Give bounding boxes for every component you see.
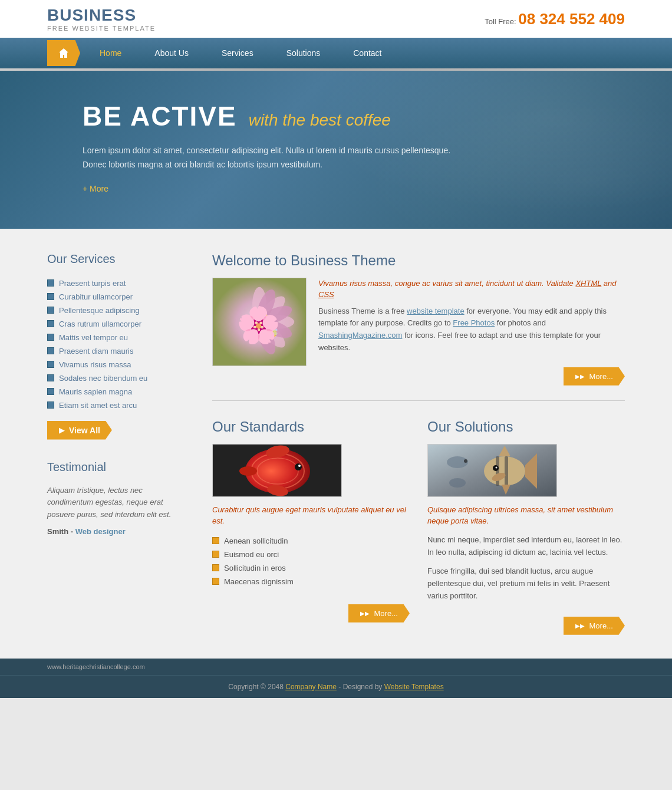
footer-url: www.heritagechristiancollege.com bbox=[47, 663, 145, 670]
testimonial-role-link[interactable]: Web designer bbox=[75, 527, 126, 536]
list-item: Euismod eu orci bbox=[212, 548, 410, 561]
svg-point-1 bbox=[252, 287, 266, 321]
nav-solutions[interactable]: Solutions bbox=[270, 38, 337, 68]
solutions-body2: Fusce fringilla, dui sed blandit luctus,… bbox=[427, 565, 625, 602]
svg-point-21 bbox=[298, 465, 301, 467]
standards-highlight: Curabitur quis augue eget mauris vulputa… bbox=[212, 504, 410, 527]
welcome-more-button[interactable]: More... bbox=[564, 367, 625, 386]
list-item: Aenean sollicitudin bbox=[212, 534, 410, 548]
svg-rect-28 bbox=[505, 456, 508, 486]
header: BUSINESS FREE WEBSITE TEMPLATE Toll Free… bbox=[0, 0, 672, 38]
list-item: Mattis vel tempor eu bbox=[47, 331, 189, 344]
svg-point-14 bbox=[272, 328, 278, 331]
view-all-button[interactable]: View All bbox=[47, 421, 112, 440]
svg-point-24 bbox=[239, 466, 257, 476]
website-template-link[interactable]: website template bbox=[407, 307, 465, 315]
welcome-inner: Vivamus risus massa, congue ac varius si… bbox=[212, 278, 625, 386]
logo-title: BUSINESS bbox=[47, 6, 156, 25]
list-item: Mauris sapien magna bbox=[47, 385, 189, 399]
svg-rect-27 bbox=[496, 456, 499, 486]
svg-point-10 bbox=[265, 329, 277, 337]
service-list: Praesent turpis erat Curabitur ullamcorp… bbox=[47, 276, 189, 412]
solutions-image bbox=[427, 444, 557, 497]
solutions-highlight: Quisque adipiscing ultrices massa, sit a… bbox=[427, 504, 625, 527]
designed-by-text: Designed by bbox=[343, 683, 383, 691]
welcome-title: Welcome to Business Theme bbox=[212, 252, 625, 269]
hero-more-link[interactable]: + More bbox=[83, 184, 625, 193]
welcome-highlight: Vivamus risus massa, congue ac varius si… bbox=[318, 278, 625, 301]
hero-banner: BE ACTIVE with the best coffee Lorem ips… bbox=[0, 71, 672, 229]
services-title: Our Services bbox=[47, 252, 189, 266]
phone-number: 08 324 552 409 bbox=[518, 17, 625, 26]
testimonial-title: Testimonial bbox=[47, 460, 189, 474]
toll-free-label: Toll Free: bbox=[485, 17, 516, 26]
phone-area: Toll Free: 08 324 552 409 bbox=[485, 10, 625, 28]
solutions-body1: Nunc mi neque, imperdiet sed interdum eu… bbox=[427, 534, 625, 559]
hero-main-title: BE ACTIVE bbox=[83, 100, 237, 132]
footer: Copyright © 2048 Company Name - Designed… bbox=[0, 675, 672, 698]
flower-image-svg bbox=[213, 278, 306, 366]
svg-point-36 bbox=[464, 459, 467, 463]
svg-point-15 bbox=[272, 331, 278, 335]
list-item: Vivamus risus massa bbox=[47, 358, 189, 371]
list-item: Curabitur ullamcorper bbox=[47, 290, 189, 304]
standards-title: Our Standards bbox=[212, 419, 410, 435]
solutions-section: Our Solutions bbox=[427, 419, 625, 635]
svg-rect-12 bbox=[270, 330, 272, 337]
welcome-section: Welcome to Business Theme bbox=[212, 252, 625, 401]
hero-title-line: BE ACTIVE with the best coffee bbox=[83, 100, 625, 132]
testimonial-text: Aliquam tristique, lectus nec condimentu… bbox=[47, 485, 189, 521]
list-item: Praesent diam mauris bbox=[47, 344, 189, 358]
svg-point-33 bbox=[496, 466, 498, 468]
list-item: Praesent turpis erat bbox=[47, 276, 189, 290]
welcome-image bbox=[212, 278, 307, 366]
svg-point-3 bbox=[259, 315, 294, 329]
home-button[interactable] bbox=[47, 40, 80, 66]
list-item: Etiam sit amet est arcu bbox=[47, 399, 189, 412]
navigation: Home About Us Services Solutions Contact bbox=[0, 38, 672, 68]
list-item: Cras rutrum ullamcorper bbox=[47, 317, 189, 331]
nav-contact[interactable]: Contact bbox=[337, 38, 398, 68]
sidebar: Our Services Praesent turpis erat Curabi… bbox=[47, 252, 189, 635]
hero-description: Lorem ipsum dolor sit amet, consectetur … bbox=[83, 144, 466, 172]
logo-area: BUSINESS FREE WEBSITE TEMPLATE bbox=[47, 6, 156, 32]
nav-services[interactable]: Services bbox=[205, 38, 270, 68]
smashing-link[interactable]: SmashingMagazine.com bbox=[318, 331, 402, 340]
list-item: Sodales nec bibendum eu bbox=[47, 371, 189, 385]
solutions-title: Our Solutions bbox=[427, 419, 625, 435]
welcome-text-area: Vivamus risus massa, congue ac varius si… bbox=[318, 278, 625, 386]
testimonial-section: Testimonial Aliquam tristique, lectus ne… bbox=[47, 460, 189, 536]
svg-point-9 bbox=[249, 311, 270, 333]
website-templates-link[interactable]: Website Templates bbox=[384, 683, 444, 691]
hero-subtitle: with the best coffee bbox=[249, 111, 391, 130]
footer-bar: www.heritagechristiancollege.com bbox=[0, 659, 672, 675]
svg-point-37 bbox=[449, 478, 466, 488]
fish-image-svg bbox=[213, 445, 342, 497]
logo-subtitle: FREE WEBSITE TEMPLATE bbox=[47, 25, 156, 32]
list-item: Maecenas dignissim bbox=[212, 575, 410, 588]
svg-point-13 bbox=[271, 328, 276, 334]
list-item: Pellentesque adipiscing bbox=[47, 304, 189, 317]
svg-point-20 bbox=[295, 463, 302, 470]
nav-home[interactable]: Home bbox=[83, 38, 138, 68]
home-icon bbox=[58, 47, 70, 59]
standards-more-button[interactable]: More... bbox=[348, 604, 410, 623]
main-content: Our Services Praesent turpis erat Curabi… bbox=[0, 229, 672, 659]
standards-section: Our Standards bbox=[212, 419, 410, 635]
main-area: Welcome to Business Theme bbox=[212, 252, 625, 635]
nav-about[interactable]: About Us bbox=[138, 38, 205, 68]
copyright-text: Copyright © 2048 bbox=[228, 683, 284, 691]
welcome-body: Business Theme is a free website templat… bbox=[318, 305, 625, 354]
free-photos-link[interactable]: Free Photos bbox=[453, 318, 495, 327]
standards-image bbox=[212, 444, 342, 497]
standards-list: Aenean sollicitudin Euismod eu orci Soll… bbox=[212, 534, 410, 588]
company-name-link[interactable]: Company Name bbox=[285, 683, 337, 691]
nav-items: Home About Us Services Solutions Contact bbox=[83, 38, 398, 68]
angel-fish-svg bbox=[428, 445, 557, 497]
two-column-section: Our Standards bbox=[212, 419, 625, 635]
list-item: Sollicitudin in eros bbox=[212, 561, 410, 575]
solutions-more-button[interactable]: More... bbox=[564, 617, 625, 635]
svg-rect-11 bbox=[267, 330, 269, 337]
services-section: Our Services Praesent turpis erat Curabi… bbox=[47, 252, 189, 440]
testimonial-author: Smith - Web designer bbox=[47, 527, 189, 536]
